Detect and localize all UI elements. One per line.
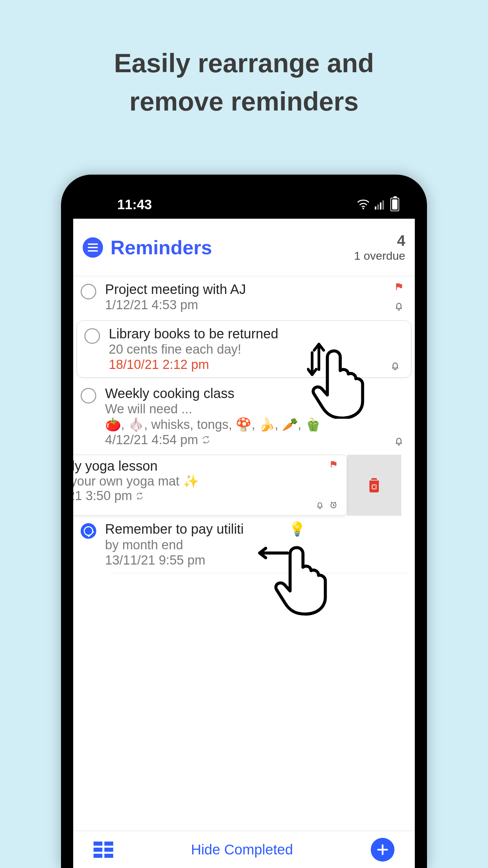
headline-line-2: remove reminders	[129, 86, 359, 116]
checkbox[interactable]	[81, 284, 96, 299]
svg-rect-2	[378, 204, 379, 210]
status-time: 11:43	[117, 197, 152, 212]
svg-point-0	[363, 208, 364, 210]
bottom-bar: Hide Completed	[73, 831, 415, 868]
reminder-subtitle: 20 cents fine each day!	[109, 342, 383, 357]
page-title: Reminders	[110, 236, 212, 259]
bell-icon	[394, 301, 404, 312]
reminder-subtitle: We will need ...	[105, 402, 386, 416]
reminder-time: 13/11/21 9:55 pm	[105, 553, 408, 568]
flag-icon	[329, 460, 338, 470]
signal-icon	[375, 199, 385, 210]
list-item-dragging[interactable]: Library books to be returned 20 cents fi…	[77, 320, 411, 378]
svg-rect-4	[383, 200, 384, 210]
view-toggle-button[interactable]	[94, 842, 113, 858]
repeat-icon	[202, 433, 210, 447]
bell-icon	[394, 436, 404, 447]
list-item[interactable]: Weekly cooking class We will need ... 🍅,…	[73, 380, 415, 453]
plus-icon	[376, 843, 389, 856]
reminder-list[interactable]: Project meeting with AJ 1/12/21 4:53 pm	[73, 276, 415, 831]
header-counts: 4 1 overdue	[354, 232, 405, 262]
app-content: Reminders 4 1 overdue Project meeting wi…	[73, 219, 415, 868]
reminder-title: eekly yoga lesson	[73, 458, 340, 474]
app-header: Reminders 4 1 overdue	[73, 219, 415, 276]
checkbox[interactable]	[81, 388, 96, 403]
repeat-icon	[136, 489, 144, 503]
flag-icon	[394, 282, 404, 293]
list-icon[interactable]	[83, 237, 103, 258]
alarm-icon	[329, 500, 338, 511]
header-overdue: 1 overdue	[354, 249, 405, 262]
checkbox[interactable]	[84, 328, 100, 344]
promo-headline: Easily rearrange and remove reminders	[0, 44, 488, 121]
reminder-time: 1/12/21 4:53 pm	[105, 298, 386, 312]
reminder-title: Project meeting with AJ	[105, 282, 386, 297]
checkbox-checked[interactable]	[81, 523, 96, 539]
reminder-time: 12/21 3:50 pm	[73, 489, 340, 503]
reminder-title: Weekly cooking class	[105, 386, 386, 401]
header-count: 4	[354, 232, 405, 249]
bell-icon	[390, 360, 400, 372]
list-item[interactable]: Project meeting with AJ 1/12/21 4:53 pm	[73, 276, 415, 318]
phone-mockup: 11:43	[61, 175, 427, 868]
reminder-time: 18/10/21 2:12 pm	[109, 357, 383, 372]
reminder-title: Library books to be returned	[109, 326, 383, 341]
list-item-swiped[interactable]: eekly yoga lesson ing your own yoga mat …	[73, 455, 415, 516]
reminder-detail: 🍅, 🧄, whisks, tongs, 🍄, 🍌, 🥕, 🫑	[105, 417, 386, 432]
reminder-title: Remember to pay utiliti 💡	[105, 521, 408, 537]
reminder-time: 4/12/21 4:54 pm	[105, 433, 386, 447]
battery-icon	[390, 198, 399, 211]
add-button[interactable]	[371, 838, 394, 862]
bell-icon	[316, 500, 324, 511]
reminder-card[interactable]: eekly yoga lesson ing your own yoga mat …	[73, 455, 347, 516]
reminder-subtitle: ing your own yoga mat ✨	[73, 474, 340, 489]
hide-completed-button[interactable]: Hide Completed	[191, 842, 293, 858]
svg-rect-1	[375, 206, 377, 210]
svg-rect-3	[380, 202, 382, 210]
list-item[interactable]: Remember to pay utiliti 💡 by month end 1…	[73, 516, 415, 573]
headline-line-1: Easily rearrange and	[114, 48, 374, 78]
trash-icon	[365, 475, 384, 495]
status-bar: 11:43	[73, 190, 415, 219]
delete-button[interactable]	[347, 455, 401, 516]
list-separator	[110, 573, 408, 573]
reminder-subtitle: by month end	[105, 538, 408, 552]
phone-screen: 11:43	[73, 190, 415, 868]
wifi-icon	[357, 199, 369, 210]
